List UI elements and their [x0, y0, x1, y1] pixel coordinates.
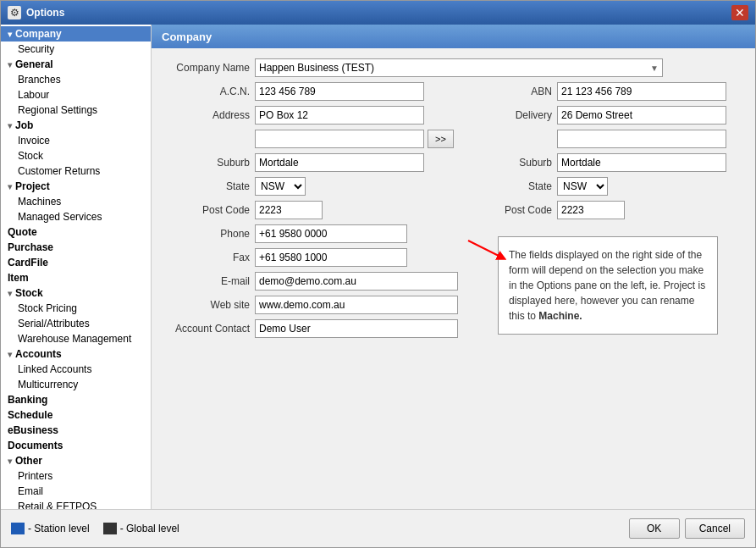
- sidebar-item-labour[interactable]: Labour: [1, 87, 151, 102]
- delivery-row: Delivery: [498, 106, 745, 125]
- suburb-right-label: Suburb: [498, 157, 557, 169]
- postcode-right-input[interactable]: [557, 201, 625, 219]
- sidebar-item-banking[interactable]: Banking: [1, 392, 151, 407]
- address2-row: >>: [162, 130, 491, 148]
- abn-input[interactable]: [557, 82, 726, 101]
- sidebar-item-serial-attrs[interactable]: Serial/Attributes: [1, 316, 151, 331]
- state-left-select[interactable]: NSW VIC QLD SA WA TAS NT ACT: [255, 177, 306, 196]
- suburb-right-input[interactable]: [557, 153, 726, 172]
- sidebar-item-warehouse[interactable]: Warehouse Management: [1, 331, 151, 346]
- delivery2-input[interactable]: [557, 130, 726, 148]
- state-left-row: State NSW VIC QLD SA WA TAS NT ACT: [162, 177, 491, 196]
- sidebar-item-accounts[interactable]: ▾ Accounts: [1, 346, 151, 362]
- sidebar-item-security[interactable]: Security: [1, 42, 151, 57]
- email-label: E-mail: [162, 275, 255, 287]
- tooltip-bold-text: Machine.: [538, 310, 582, 322]
- sidebar-item-cardfile[interactable]: CardFile: [1, 255, 151, 270]
- sidebar-item-stock-job[interactable]: Stock: [1, 148, 151, 163]
- abn-label: ABN: [498, 86, 557, 97]
- sidebar-item-printers[interactable]: Printers: [1, 468, 151, 484]
- form-left-col: A.C.N. Address >>: [162, 82, 491, 343]
- sidebar-item-stock[interactable]: ▾ Stock: [1, 285, 151, 301]
- suburb-left-row: Suburb: [162, 153, 491, 172]
- sidebar-item-documents[interactable]: Documents: [1, 438, 151, 453]
- state-right-select[interactable]: NSW VIC QLD SA WA TAS NT ACT: [557, 177, 608, 196]
- company-name-label: Company Name: [162, 62, 255, 74]
- panel-header: Company: [152, 25, 755, 48]
- footer: - Station level - Global level OK Cancel: [1, 509, 755, 547]
- sidebar-item-item[interactable]: Item: [1, 270, 151, 285]
- footer-buttons: OK Cancel: [629, 518, 745, 539]
- state-right-label: State: [498, 180, 557, 192]
- email-row: E-mail: [162, 272, 491, 291]
- main-panel: Company Company Name Happen Business (TE…: [152, 25, 755, 509]
- website-input[interactable]: [255, 296, 458, 314]
- postcode-right-row: Post Code: [498, 201, 745, 219]
- sidebar-item-schedule[interactable]: Schedule: [1, 407, 151, 423]
- sidebar: ▾ Company Security ▾ General Branches La…: [1, 25, 152, 509]
- station-level-box: [11, 523, 25, 534]
- state-right-row: State NSW VIC QLD SA WA TAS NT ACT: [498, 177, 745, 196]
- sidebar-item-other[interactable]: ▾ Other: [1, 453, 151, 468]
- address-label: Address: [162, 109, 255, 121]
- sidebar-item-email[interactable]: Email: [1, 484, 151, 499]
- sidebar-item-project[interactable]: ▾ Project: [1, 179, 151, 194]
- acn-input[interactable]: [255, 82, 424, 101]
- sidebar-item-quote[interactable]: Quote: [1, 224, 151, 240]
- address2-input[interactable]: [255, 130, 424, 148]
- close-button[interactable]: ✕: [731, 5, 748, 20]
- sidebar-item-machines[interactable]: Machines: [1, 194, 151, 209]
- options-dialog: ⚙ Options ✕ ▾ Company Security ▾ G: [0, 0, 756, 548]
- phone-input[interactable]: [255, 224, 407, 243]
- postcode-left-row: Post Code: [162, 201, 491, 219]
- sidebar-item-retail[interactable]: Retail & EFTPOS: [1, 499, 151, 509]
- tooltip-box: The fields displayed on the right side o…: [498, 236, 718, 335]
- cancel-button[interactable]: Cancel: [685, 518, 745, 539]
- account-contact-row: Account Contact: [162, 319, 491, 338]
- phone-label: Phone: [162, 228, 255, 240]
- suburb-left-input[interactable]: [255, 153, 424, 172]
- sidebar-item-ebusiness[interactable]: eBusiness: [1, 423, 151, 438]
- dialog-icon: ⚙: [8, 6, 21, 19]
- ok-button[interactable]: OK: [629, 518, 680, 539]
- fax-input[interactable]: [255, 248, 407, 267]
- sidebar-item-general[interactable]: ▾ General: [1, 57, 151, 72]
- delivery-input[interactable]: [557, 106, 726, 125]
- abn-row: ABN: [498, 82, 745, 101]
- account-contact-input[interactable]: [255, 319, 458, 338]
- global-level-box: [103, 523, 117, 534]
- form-right-col: ABN Delivery Suburb: [491, 82, 745, 343]
- sidebar-item-linked-accounts[interactable]: Linked Accounts: [1, 362, 151, 377]
- sidebar-item-managed-services[interactable]: Managed Services: [1, 209, 151, 224]
- state-left-label: State: [162, 180, 255, 192]
- address-input[interactable]: [255, 106, 424, 125]
- acn-row: A.C.N.: [162, 82, 491, 101]
- sidebar-item-invoice[interactable]: Invoice: [1, 133, 151, 148]
- global-level-label: - Global level: [120, 523, 179, 534]
- address-arrow-button[interactable]: >>: [428, 130, 454, 148]
- sidebar-item-customer-returns[interactable]: Customer Returns: [1, 163, 151, 179]
- fax-label: Fax: [162, 252, 255, 263]
- acn-label: A.C.N.: [162, 86, 255, 97]
- account-contact-label: Account Contact: [162, 323, 255, 335]
- annotation-arrow-icon: [464, 236, 506, 262]
- title-bar: ⚙ Options ✕: [1, 1, 755, 25]
- postcode-left-label: Post Code: [162, 204, 255, 216]
- postcode-left-input[interactable]: [255, 201, 323, 219]
- website-row: Web site: [162, 296, 491, 314]
- sidebar-item-multicurrency[interactable]: Multicurrency: [1, 377, 151, 392]
- phone-row: Phone: [162, 224, 491, 243]
- content-area: ▾ Company Security ▾ General Branches La…: [1, 25, 755, 509]
- footer-legend: - Station level - Global level: [11, 523, 179, 534]
- sidebar-item-job[interactable]: ▾ Job: [1, 118, 151, 133]
- suburb-left-label: Suburb: [162, 157, 255, 169]
- company-name-dropdown[interactable]: Happen Business (TEST) ▼: [255, 58, 663, 77]
- sidebar-item-stock-pricing[interactable]: Stock Pricing: [1, 301, 151, 316]
- suburb-right-row: Suburb: [498, 153, 745, 172]
- delivery2-row: [498, 130, 745, 148]
- email-input[interactable]: [255, 272, 458, 291]
- sidebar-item-company[interactable]: ▾ Company: [1, 26, 151, 42]
- sidebar-item-branches[interactable]: Branches: [1, 72, 151, 87]
- sidebar-item-regional[interactable]: Regional Settings: [1, 102, 151, 118]
- sidebar-item-purchase[interactable]: Purchase: [1, 240, 151, 255]
